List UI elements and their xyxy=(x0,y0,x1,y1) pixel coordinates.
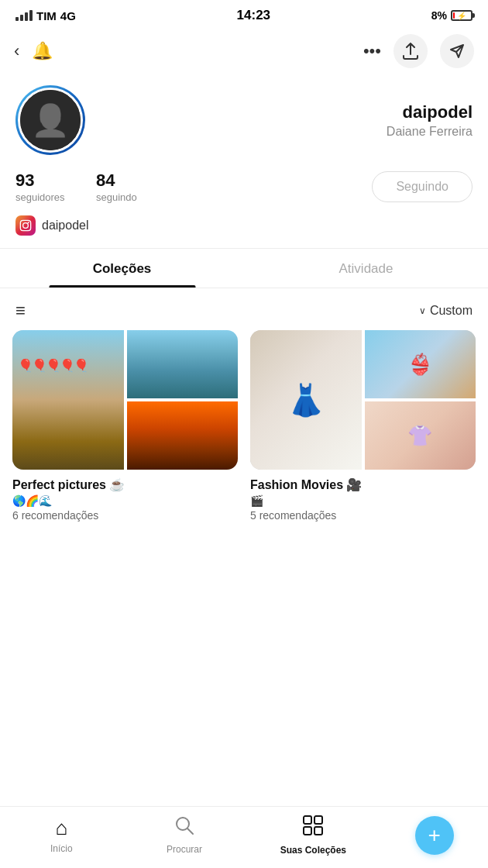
profile-fullname: Daiane Ferreira xyxy=(101,125,473,139)
profile-link: daipodel xyxy=(15,215,473,236)
fab-button[interactable]: + xyxy=(415,816,454,855)
top-nav-right: ••• xyxy=(363,34,474,68)
instagram-icon xyxy=(15,215,36,236)
status-right: 8% ⚡ xyxy=(431,9,473,22)
collection-sub-image-3: 👙 xyxy=(365,330,476,398)
svg-line-4 xyxy=(187,828,193,834)
nav-home-label: Início xyxy=(50,843,73,854)
nav-collections[interactable]: Suas Coleções xyxy=(280,815,346,856)
collection-title-2: Fashion Movies 🎥 xyxy=(250,477,476,492)
nav-collections-label: Suas Coleções xyxy=(280,845,346,856)
back-button[interactable]: ‹ xyxy=(14,41,19,61)
svg-rect-7 xyxy=(304,827,311,835)
collection-subtitle-1: 🌎🌈🌊 xyxy=(12,494,238,507)
tab-atividade[interactable]: Atividade xyxy=(244,249,488,288)
followers-label: seguidores xyxy=(15,191,77,203)
collection-rec-1: 6 recomendações xyxy=(12,509,238,522)
battery-percent: 8% xyxy=(431,9,447,22)
more-button[interactable]: ••• xyxy=(363,41,381,61)
profile-top: daipodel Daiane Ferreira xyxy=(15,85,473,155)
send-icon xyxy=(449,43,465,59)
collection-card[interactable]: Perfect pictures ☕ 🌎🌈🌊 6 recomendações xyxy=(12,330,238,522)
svg-rect-6 xyxy=(314,816,322,824)
followers-stat: 93 seguidores xyxy=(15,170,77,203)
collection-main-image-2: 👗 xyxy=(250,330,362,470)
collections-icon xyxy=(302,815,324,842)
fashion3-image: 👚 xyxy=(365,401,476,470)
list-view-button[interactable]: ≡ xyxy=(15,301,26,321)
waterfall-image xyxy=(127,330,239,398)
collections-grid: Perfect pictures ☕ 🌎🌈🌊 6 recomendações 👗… xyxy=(0,330,488,522)
nav-search-label: Procurar xyxy=(167,844,202,855)
fashion1-image: 👗 xyxy=(250,330,362,470)
notification-button[interactable]: 🔔 xyxy=(32,41,53,61)
collection-images xyxy=(12,330,238,470)
svg-point-2 xyxy=(28,222,29,223)
collections-toolbar: ≡ ∨ Custom xyxy=(0,288,488,330)
collection-sub-image-1 xyxy=(127,330,239,398)
sort-button[interactable]: ∨ Custom xyxy=(419,304,473,318)
status-bar: TIM 4G 14:23 8% ⚡ xyxy=(0,0,488,28)
fab-icon: + xyxy=(428,823,440,848)
share-icon xyxy=(403,43,418,60)
profile-section: daipodel Daiane Ferreira 93 seguidores 8… xyxy=(0,78,488,248)
collection-rec-2: 5 recomendações xyxy=(250,509,476,522)
nav-search[interactable]: Procurar xyxy=(157,815,211,855)
nav-home[interactable]: ⌂ Início xyxy=(34,816,88,854)
following-count: 84 xyxy=(96,170,158,191)
signal-icon xyxy=(15,10,33,21)
profile-username: daipodel xyxy=(101,102,473,122)
collection-main-image xyxy=(12,330,124,470)
svg-rect-8 xyxy=(314,827,322,835)
top-nav: ‹ 🔔 ••• xyxy=(0,28,488,78)
battery-icon: ⚡ xyxy=(451,10,473,21)
svg-rect-0 xyxy=(20,220,30,230)
status-left: TIM 4G xyxy=(15,9,76,22)
collection-sub-image-4: 👚 xyxy=(365,401,476,470)
top-nav-left: ‹ 🔔 xyxy=(14,41,53,61)
carrier-label: TIM xyxy=(36,9,57,22)
svg-rect-5 xyxy=(304,816,311,824)
collection-subtitle-2: 🎬 xyxy=(250,494,476,507)
profile-photo xyxy=(20,90,81,150)
collection-title-1: Perfect pictures ☕ xyxy=(12,477,238,492)
send-button[interactable] xyxy=(440,34,474,68)
following-stat: 84 seguindo xyxy=(96,170,158,203)
status-time: 14:23 xyxy=(237,8,270,23)
profile-info: daipodel Daiane Ferreira xyxy=(101,102,473,139)
avatar-container xyxy=(15,85,85,155)
collection-card-2[interactable]: 👗 👙 👚 Fashion Movies 🎥 🎬 5 recomendações xyxy=(250,330,476,522)
chevron-down-icon: ∨ xyxy=(419,305,426,316)
profile-stats: 93 seguidores 84 seguindo Seguindo xyxy=(15,170,473,203)
instagram-handle: daipodel xyxy=(42,219,89,232)
avatar xyxy=(18,88,83,153)
network-label: 4G xyxy=(60,9,76,22)
home-icon: ⌂ xyxy=(55,816,67,840)
tab-colecoes[interactable]: Coleções xyxy=(0,249,244,288)
fire-image xyxy=(127,401,239,470)
bottom-nav: ⌂ Início Procurar Suas Coleções + xyxy=(0,806,488,868)
search-icon xyxy=(174,815,194,841)
collection-images-2: 👗 👙 👚 xyxy=(250,330,476,470)
fashion2-image: 👙 xyxy=(365,330,476,398)
following-label: seguindo xyxy=(96,191,158,203)
tabs: Coleções Atividade xyxy=(0,249,488,288)
share-button[interactable] xyxy=(393,34,428,68)
balloons-image xyxy=(12,330,124,470)
collection-sub-image-2 xyxy=(127,401,239,470)
sort-label: Custom xyxy=(430,304,473,318)
followers-count: 93 xyxy=(15,170,77,191)
follow-button[interactable]: Seguindo xyxy=(372,171,473,202)
svg-point-1 xyxy=(23,223,29,229)
